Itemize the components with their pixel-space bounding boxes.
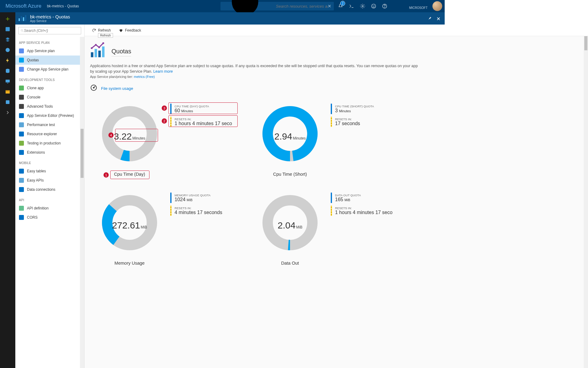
menu-item[interactable]: Easy APIs — [15, 176, 84, 185]
svg-point-5 — [373, 6, 373, 6]
svg-rect-27 — [95, 49, 97, 57]
rail-functions[interactable] — [0, 55, 15, 66]
menu-item-label: App Service plan — [27, 49, 55, 53]
create-resource-button[interactable]: ＋ — [0, 13, 15, 24]
quota-name: Memory Usage — [115, 261, 145, 264]
svg-point-30 — [91, 47, 92, 49]
quota-chart: 272.61MiBMemory Usage — [90, 188, 169, 264]
menu-item-icon — [19, 206, 24, 211]
global-search-input[interactable] — [276, 4, 328, 9]
svg-rect-29 — [102, 47, 104, 57]
menu-group-header: API — [15, 194, 84, 204]
clear-icon[interactable]: ✕ — [328, 4, 331, 9]
global-search[interactable]: ✕ — [221, 2, 334, 10]
svg-point-4 — [371, 4, 376, 8]
breadcrumb[interactable]: bk-metrics - Quotas — [47, 4, 79, 8]
learn-more-link[interactable]: Learn more — [153, 69, 173, 74]
menu-item[interactable]: API definition — [15, 204, 84, 213]
menu-item[interactable]: Data connections — [15, 185, 84, 194]
menu-item-icon — [19, 67, 24, 72]
rail-all-resources[interactable] — [0, 34, 15, 45]
menu-item[interactable]: CORS — [15, 213, 84, 222]
menu-item[interactable]: Console — [15, 93, 84, 102]
menu-item[interactable]: Extensions — [15, 148, 84, 157]
settings-button[interactable] — [357, 0, 368, 12]
menu-item[interactable]: Quotas — [15, 56, 84, 65]
svg-rect-22 — [6, 90, 10, 91]
rail-dashboard[interactable] — [0, 24, 15, 34]
menu-item-icon — [19, 95, 24, 100]
blade-title: bk-metrics - Quotas — [30, 14, 70, 19]
svg-rect-19 — [6, 80, 10, 82]
rail-vm[interactable] — [0, 76, 15, 86]
menu-item[interactable]: App Service Editor (Preview) — [15, 111, 84, 120]
svg-rect-16 — [6, 27, 10, 31]
quotas-icon — [90, 42, 107, 60]
quota-info: DATA OUT QUOTA165MiBRESETS IN:1 hours 4 … — [331, 188, 410, 264]
quota-info: CPU TIME (SHORT) QUOTA3MinutesRESETS IN:… — [331, 99, 410, 185]
help-button[interactable] — [379, 0, 390, 12]
top-bar: Microsoft Azure bk-metrics - Quotas ✕ 2 … — [0, 0, 445, 12]
menu-item[interactable]: Advanced Tools — [15, 102, 84, 111]
rail-storage[interactable] — [0, 86, 15, 97]
menu-item-label: CORS — [27, 215, 38, 220]
resets-label: RESETS IN: — [335, 117, 360, 121]
menu-item-label: Resource explorer — [27, 132, 57, 136]
menu-item[interactable]: Performance test — [15, 120, 84, 129]
menu-item-label: App Service Editor (Preview) — [27, 113, 74, 118]
avatar[interactable] — [432, 1, 442, 11]
svg-point-3 — [362, 6, 364, 7]
refresh-tooltip: Refresh — [98, 33, 113, 38]
svg-rect-12 — [19, 18, 20, 21]
page-title: Quotas — [111, 46, 131, 56]
menu-search[interactable] — [18, 27, 81, 34]
notifications-button[interactable]: 2 — [335, 0, 346, 12]
tier-link[interactable]: metrics (Free) — [134, 75, 155, 79]
menu-item[interactable]: Clone app — [15, 83, 84, 93]
rail-more[interactable] — [0, 97, 15, 107]
cloud-shell-button[interactable] — [346, 0, 357, 12]
menu-item-label: Performance test — [27, 123, 55, 127]
pin-button[interactable] — [428, 16, 432, 21]
resource-menu: APP SERVICE PLANApp Service planQuotasCh… — [15, 25, 85, 264]
quota-limit-unit: Minutes — [339, 109, 351, 113]
menu-group-header: MOBILE — [15, 157, 84, 167]
svg-point-6 — [374, 6, 375, 6]
svg-point-31 — [95, 44, 97, 46]
menu-item[interactable]: Change App Service plan — [15, 65, 84, 74]
menu-item-label: Advanced Tools — [27, 104, 53, 109]
rail-sql[interactable] — [0, 66, 15, 76]
resets-value: 17 seconds — [335, 121, 360, 126]
menu-item-icon — [19, 141, 24, 146]
feedback-button[interactable]: Feedback — [116, 26, 144, 34]
annotation-3: 3 — [162, 105, 167, 111]
resets-label: RESETS IN: — [175, 206, 222, 210]
menu-item-label: Data connections — [27, 187, 55, 192]
menu-item[interactable]: App Service plan — [15, 46, 84, 56]
annotation-4: 4 — [108, 132, 114, 138]
resets-value: 1 hours 4 minutes 17 seco — [335, 210, 393, 215]
menu-item-icon — [19, 132, 24, 136]
feedback-smiley-button[interactable] — [368, 0, 379, 12]
rail-expand[interactable] — [0, 107, 15, 118]
quota-chart: 2.04MiBData Out — [251, 188, 330, 264]
menu-item-label: Quotas — [27, 58, 39, 62]
menu-group-header: APP SERVICE PLAN — [15, 37, 84, 46]
quota-limit-label: MEMORY USAGE QUOTA — [175, 194, 211, 197]
menu-item[interactable]: Easy tables — [15, 167, 84, 176]
menu-scrollbar[interactable] — [80, 37, 84, 264]
brand[interactable]: Microsoft Azure — [0, 3, 47, 9]
menu-item[interactable]: Resource explorer — [15, 129, 84, 139]
gauge-icon — [90, 84, 97, 93]
close-button[interactable]: ✕ — [436, 16, 440, 22]
svg-point-17 — [6, 48, 10, 52]
resets-value: 4 minutes 17 seconds — [175, 210, 222, 215]
menu-search-input[interactable] — [24, 29, 79, 33]
rail-web[interactable] — [0, 45, 15, 55]
account-info[interactable]: MICROSOFT — [390, 2, 430, 11]
quota-info: CPU TIME (DAY) QUOTA60MinutesRESETS IN:1… — [170, 99, 249, 185]
quota-limit-label: DATA OUT QUOTA — [335, 194, 361, 197]
menu-item[interactable]: Testing in production — [15, 139, 84, 148]
file-system-usage-link[interactable]: File system usage — [101, 86, 133, 91]
pricing-tier: App Service plan/pricing tier: metrics (… — [90, 75, 445, 79]
